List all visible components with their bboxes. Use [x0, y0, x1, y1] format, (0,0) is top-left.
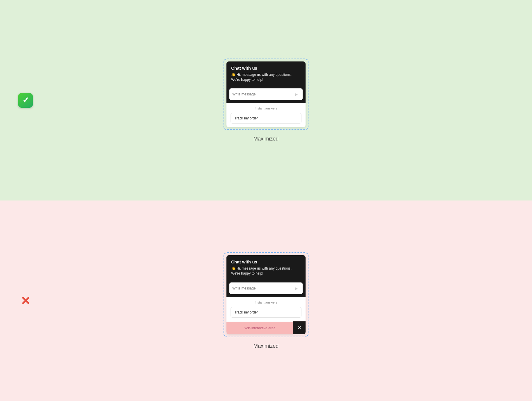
top-section: Chat with us 👋 Hi, message us with any q…	[0, 0, 532, 200]
bottom-track-order-button[interactable]: Track my order	[231, 307, 301, 318]
bottom-chat-container: Chat with us 👋 Hi, message us with any q…	[224, 252, 308, 337]
bottom-chat-widget: Chat with us 👋 Hi, message us with any q…	[226, 255, 306, 334]
top-chat-widget: Chat with us 👋 Hi, message us with any q…	[226, 61, 306, 127]
top-chat-subtitle: 👋 Hi, message us with any questions. We'…	[231, 72, 301, 82]
top-chat-header: Chat with us 👋 Hi, message us with any q…	[226, 61, 306, 86]
cross-icon	[18, 294, 33, 308]
checkmark-icon	[18, 93, 33, 108]
bottom-chat-subtitle: 👋 Hi, message us with any questions. We'…	[231, 266, 301, 276]
bottom-track-order-label: Track my order	[234, 310, 258, 314]
top-section-label: Maximized	[253, 136, 279, 142]
bottom-content: Chat with us 👋 Hi, message us with any q…	[224, 252, 308, 349]
bottom-chat-title: Chat with us	[231, 259, 301, 264]
bottom-section: Chat with us 👋 Hi, message us with any q…	[0, 200, 532, 401]
non-interactive-bar: Non-interactive area ✕	[226, 321, 306, 334]
top-message-input[interactable]	[232, 92, 290, 96]
top-track-order-button[interactable]: Track my order	[231, 113, 301, 124]
bottom-message-input[interactable]	[232, 286, 290, 290]
bottom-input-wrapper: ▶	[229, 282, 303, 294]
top-chat-title: Chat with us	[231, 66, 301, 71]
close-button[interactable]: ✕	[293, 321, 306, 334]
non-interactive-label-area: Non-interactive area	[226, 322, 293, 334]
invalid-status-icon	[18, 294, 33, 308]
bottom-chat-header: Chat with us 👋 Hi, message us with any q…	[226, 255, 306, 280]
top-send-button[interactable]: ▶	[293, 91, 300, 98]
top-track-order-label: Track my order	[234, 116, 258, 120]
valid-status-icon	[18, 93, 33, 108]
top-chat-container: Chat with us 👋 Hi, message us with any q…	[224, 59, 308, 130]
top-content: Chat with us 👋 Hi, message us with any q…	[224, 59, 308, 142]
top-chat-input-area: ▶	[226, 86, 306, 103]
top-instant-answers-label: Instant answers	[231, 107, 301, 110]
bottom-send-button[interactable]: ▶	[293, 285, 300, 292]
close-icon: ✕	[297, 325, 301, 330]
bottom-chat-body: Instant answers Track my order	[226, 297, 306, 321]
top-chat-body: Instant answers Track my order	[226, 103, 306, 127]
bottom-instant-answers-label: Instant answers	[231, 301, 301, 304]
non-interactive-text: Non-interactive area	[244, 326, 275, 330]
top-input-wrapper: ▶	[229, 88, 303, 100]
bottom-section-label: Maximized	[253, 343, 279, 349]
bottom-chat-input-area: ▶	[226, 280, 306, 297]
